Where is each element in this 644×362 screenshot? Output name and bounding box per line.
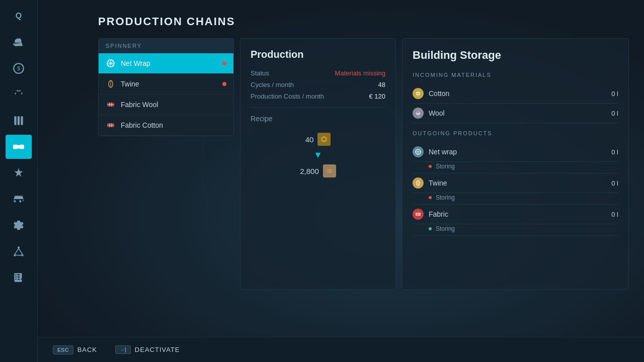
fabric-wool-icon	[106, 100, 116, 110]
sidebar-item-economy[interactable]: $	[6, 56, 32, 80]
spinnery-header: SPINNERY	[99, 39, 233, 53]
cycles-value: 48	[378, 81, 385, 88]
svg-line-15	[19, 249, 23, 254]
deactivate-key: →|	[115, 345, 131, 354]
spinnery-item-net-wrap[interactable]: Net Wrap	[99, 53, 233, 74]
spinnery-item-fabric-cotton[interactable]: Fabric Cotton	[99, 115, 233, 136]
sidebar-item-animals[interactable]	[6, 82, 32, 107]
fabric-out-amount: 0 l	[603, 211, 618, 218]
net-wrap-sub-label: Storing	[436, 163, 455, 170]
page-title: PRODUCTION CHAINS	[98, 15, 629, 28]
recipe-output-icon	[323, 164, 336, 177]
gear-icon	[12, 219, 25, 232]
twine-out-name: Twine	[429, 179, 598, 187]
storage-item-wool: Wool 0 l	[413, 104, 618, 123]
svg-point-1	[20, 44, 22, 46]
incoming-header: INCOMING MATERIALS	[413, 72, 618, 78]
twine-dot	[222, 82, 226, 86]
sidebar-item-settings[interactable]	[6, 213, 32, 237]
net-wrap-out-name: Net wrap	[429, 148, 598, 156]
twine-dot-red	[429, 196, 432, 199]
twine-out-icon	[413, 177, 424, 189]
fabric-out-icon	[413, 209, 424, 220]
spinnery-item-fabric-wool[interactable]: Fabric Wool	[99, 95, 233, 115]
wool-amount: 0 l	[603, 110, 618, 117]
production-panel: Production Status Materials missing Cycl…	[240, 38, 396, 290]
net-wrap-storing: Storing	[413, 162, 618, 173]
net-wrap-dot	[222, 61, 226, 65]
columns-layout: SPINNERY Net Wrap Twine	[98, 38, 629, 290]
wool-icon	[413, 108, 424, 119]
recipe-title: Recipe	[251, 115, 385, 123]
production-icon	[12, 140, 25, 153]
svg-point-11	[18, 246, 20, 248]
storage-item-cotton: Cotton 0 l	[413, 84, 618, 104]
deactivate-label: DEACTIVATE	[135, 346, 180, 353]
svg-rect-8	[20, 145, 24, 149]
storage-item-net-wrap-out: Net wrap 0 l	[413, 142, 618, 162]
sidebar: Q $	[0, 0, 38, 362]
storage-item-fabric-out: Fabric 0 l	[413, 205, 618, 224]
cycles-label: Cycles / month	[251, 81, 294, 88]
net-wrap-out-icon	[413, 146, 424, 157]
status-value: Materials missing	[335, 69, 385, 77]
production-stat-cycles: Cycles / month 48	[251, 81, 385, 88]
svg-rect-7	[13, 145, 18, 149]
fabric-out-name: Fabric	[429, 210, 598, 218]
q-label: Q	[16, 12, 22, 21]
recipe-output-amount: 2,800	[300, 167, 319, 175]
sidebar-item-q[interactable]: Q	[6, 4, 32, 28]
sidebar-item-tractor[interactable]	[6, 30, 32, 54]
sidebar-item-vehicles[interactable]	[6, 187, 32, 211]
net-wrap-icon	[106, 58, 116, 68]
recipe-input-amount: 40	[305, 135, 314, 144]
net-wrap-out-amount: 0 l	[603, 148, 618, 156]
bottom-bar: ESC BACK →| DEACTIVATE	[38, 337, 644, 362]
net-wrap-dot-red	[429, 165, 432, 168]
fabric-sub-label: Storing	[436, 225, 455, 232]
spinnery-item-twine[interactable]: Twine	[99, 74, 233, 95]
cotton-amount: 0 l	[603, 90, 618, 98]
svg-point-0	[15, 44, 17, 46]
missions-icon	[12, 166, 25, 179]
svg-rect-10	[17, 145, 21, 149]
deactivate-button[interactable]: →| DEACTIVATE	[110, 342, 185, 357]
sidebar-item-logs[interactable]	[6, 109, 32, 133]
spinnery-panel: SPINNERY Net Wrap Twine	[98, 38, 234, 136]
sidebar-item-atlas[interactable]	[6, 265, 32, 290]
twine-sub-label: Storing	[436, 194, 455, 201]
costs-value: € 120	[369, 93, 385, 100]
sidebar-item-network[interactable]	[6, 239, 32, 263]
fabric-cotton-icon	[106, 120, 116, 130]
svg-line-14	[15, 249, 19, 254]
esc-key: ESC	[53, 345, 73, 354]
outgoing-header: OUTGOING PRODUCTS	[413, 130, 618, 136]
coin-icon: $	[12, 62, 25, 75]
costs-label: Production Costs / month	[251, 93, 324, 100]
back-button[interactable]: ESC BACK	[48, 342, 102, 357]
svg-rect-4	[14, 116, 16, 125]
divider	[251, 107, 385, 108]
atlas-icon	[12, 271, 25, 284]
network-icon	[12, 245, 25, 258]
twine-storing: Storing	[413, 193, 618, 205]
wool-name: Wool	[429, 109, 598, 117]
twine-label: Twine	[121, 80, 217, 88]
fabric-cotton-label: Fabric Cotton	[121, 121, 226, 129]
sidebar-item-missions[interactable]	[6, 161, 32, 185]
vehicles-icon	[12, 193, 25, 206]
cotton-name: Cotton	[429, 89, 598, 98]
sidebar-item-production[interactable]	[6, 135, 32, 159]
storage-panel: Building Storage INCOMING MATERIALS Cott…	[402, 38, 629, 290]
cotton-icon	[413, 88, 424, 99]
svg-rect-6	[21, 116, 23, 125]
twine-out-amount: 0 l	[603, 179, 618, 187]
storage-item-twine-out: Twine 0 l	[413, 173, 618, 193]
recipe-area: 40 ▼ 2,800	[251, 133, 385, 177]
status-label: Status	[251, 69, 269, 77]
fabric-storing: Storing	[413, 224, 618, 236]
production-stat-status: Status Materials missing	[251, 69, 385, 77]
recipe-input-icon	[317, 133, 331, 146]
net-wrap-label: Net Wrap	[121, 59, 217, 67]
tractor-icon	[12, 36, 25, 49]
